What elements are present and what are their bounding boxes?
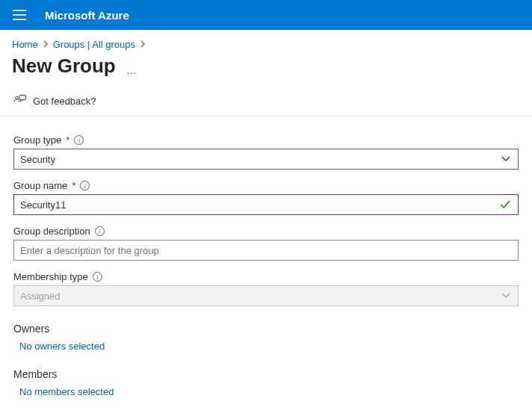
chevron-right-icon (43, 39, 49, 50)
info-icon[interactable]: i (80, 181, 90, 190)
feedback-label: Got feedback? (33, 96, 96, 107)
info-icon[interactable]: i (95, 226, 105, 236)
hamburger-icon (13, 10, 26, 20)
owners-select-link[interactable]: No owners selected (13, 341, 519, 352)
form-content: Group type * i Security Group name * i G… (0, 117, 532, 406)
group-type-value: Security (20, 154, 500, 165)
group-name-label-row: Group name * i (13, 180, 519, 191)
info-icon[interactable]: i (93, 272, 102, 282)
group-type-field: Group type * i Security (13, 134, 519, 170)
group-type-select[interactable]: Security (13, 149, 519, 170)
group-description-input-wrap (13, 240, 519, 261)
group-description-label-row: Group description i (13, 226, 519, 237)
chevron-down-icon (500, 290, 512, 302)
group-description-field: Group description i (13, 226, 519, 261)
group-name-label: Group name (13, 180, 67, 191)
feedback-button[interactable]: Got feedback? (0, 91, 532, 117)
more-actions-button[interactable]: … (126, 64, 137, 76)
chevron-down-icon (500, 153, 512, 165)
breadcrumb: Home Groups | All groups (0, 30, 532, 50)
info-icon[interactable]: i (74, 135, 84, 145)
breadcrumb-home-link[interactable]: Home (12, 39, 38, 50)
svg-point-3 (16, 96, 19, 99)
group-type-label: Group type (13, 134, 61, 146)
group-name-input-wrap (13, 194, 519, 215)
portal-header: Microsoft Azure (0, 0, 532, 30)
group-name-field: Group name * i (13, 180, 519, 215)
membership-type-field: Membership type i Assigned (13, 271, 519, 306)
menu-toggle-button[interactable] (7, 3, 31, 27)
feedback-icon (13, 94, 27, 108)
brand-label: Microsoft Azure (45, 9, 129, 22)
group-name-input[interactable] (20, 199, 498, 211)
owners-header: Owners (13, 323, 519, 335)
checkmark-icon (498, 198, 512, 211)
page-title: New Group (12, 55, 116, 78)
membership-type-label: Membership type (13, 271, 88, 282)
page-title-row: New Group … (0, 50, 532, 91)
breadcrumb-groups-link[interactable]: Groups | All groups (53, 39, 135, 50)
chevron-right-icon (140, 39, 146, 50)
group-description-input[interactable] (20, 245, 512, 256)
group-description-label: Group description (13, 226, 90, 237)
required-asterisk: * (72, 180, 75, 191)
members-header: Members (13, 368, 519, 380)
members-select-link[interactable]: No members selected (13, 386, 519, 397)
group-type-label-row: Group type * i (13, 134, 519, 146)
svg-rect-4 (19, 95, 25, 99)
membership-type-value: Assigned (20, 291, 500, 302)
membership-type-select: Assigned (13, 285, 519, 306)
required-asterisk: * (66, 134, 69, 146)
membership-type-label-row: Membership type i (13, 271, 519, 282)
